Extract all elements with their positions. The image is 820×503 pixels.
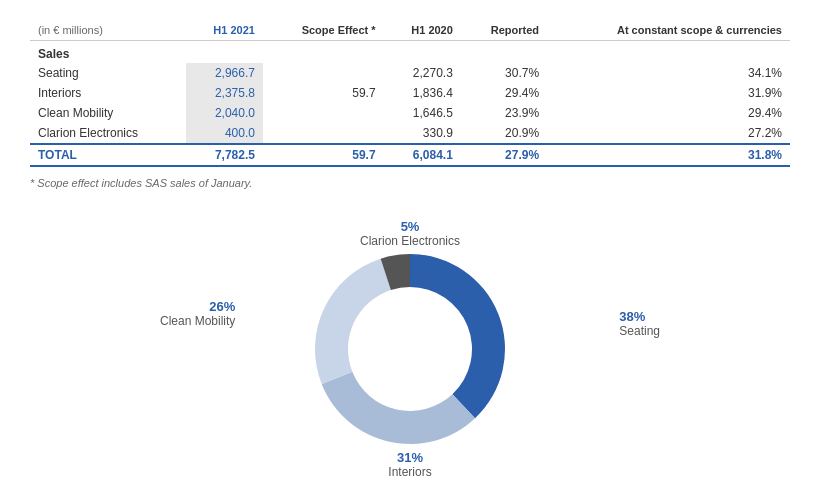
total-scope-effect: 59.7 [263, 144, 384, 166]
label-seating: 38% Seating [619, 309, 660, 338]
cell-h1_2020: 2,270.3 [384, 63, 461, 83]
cell-label: Interiors [30, 83, 186, 103]
cell-h1_2020: 1,646.5 [384, 103, 461, 123]
seating-pct: 38% [619, 309, 645, 324]
total-reported: 27.9% [461, 144, 547, 166]
col-header-label: (in € millions) [30, 20, 186, 41]
cell-at_constant: 27.2% [547, 123, 790, 144]
cell-reported: 23.9% [461, 103, 547, 123]
cell-scope_effect: 59.7 [263, 83, 384, 103]
cell-reported: 30.7% [461, 63, 547, 83]
table-row: Seating2,966.72,270.330.7%34.1% [30, 63, 790, 83]
seating-name: Seating [619, 324, 660, 338]
cell-scope_effect [263, 123, 384, 144]
clean-name: Clean Mobility [160, 314, 235, 328]
financial-table: (in € millions) H1 2021 Scope Effect * H… [30, 20, 790, 167]
cell-at_constant: 29.4% [547, 103, 790, 123]
cell-h1_2021: 2,040.0 [186, 103, 263, 123]
col-header-reported: Reported [461, 20, 547, 41]
section-header-sales: Sales [30, 41, 790, 64]
clean-pct: 26% [209, 299, 235, 314]
cell-label: Clean Mobility [30, 103, 186, 123]
interiors-name: Interiors [388, 465, 431, 479]
cell-scope_effect [263, 103, 384, 123]
currency-note: (in € millions) [38, 24, 103, 36]
cell-h1_2021: 2,375.8 [186, 83, 263, 103]
col-header-scope-effect: Scope Effect * [263, 20, 384, 41]
col-header-at-constant: At constant scope & currencies [547, 20, 790, 41]
cell-h1_2020: 330.9 [384, 123, 461, 144]
total-label: TOTAL [30, 144, 186, 166]
donut-chart-container: 5% Clarion Electronics 26% Clean Mobilit… [30, 209, 790, 489]
cell-scope_effect [263, 63, 384, 83]
cell-reported: 29.4% [461, 83, 547, 103]
total-at-constant: 31.8% [547, 144, 790, 166]
cell-label: Clarion Electronics [30, 123, 186, 144]
clarion-pct: 5% [401, 219, 420, 234]
col-header-h1-2020: H1 2020 [384, 20, 461, 41]
footnote: * Scope effect includes SAS sales of Jan… [30, 177, 790, 189]
cell-at_constant: 31.9% [547, 83, 790, 103]
total-h1-2020: 6,084.1 [384, 144, 461, 166]
cell-h1_2020: 1,836.4 [384, 83, 461, 103]
total-row: TOTAL 7,782.5 59.7 6,084.1 27.9% 31.8% [30, 144, 790, 166]
donut-svg [300, 239, 520, 459]
cell-h1_2021: 400.0 [186, 123, 263, 144]
label-clean-mobility: 26% Clean Mobility [160, 299, 235, 328]
table-row: Clarion Electronics400.0330.920.9%27.2% [30, 123, 790, 144]
cell-h1_2021: 2,966.7 [186, 63, 263, 83]
col-header-h1-2021: H1 2021 [186, 20, 263, 41]
donut-svg-wrapper [300, 239, 520, 459]
table-row: Clean Mobility2,040.01,646.523.9%29.4% [30, 103, 790, 123]
cell-reported: 20.9% [461, 123, 547, 144]
sales-section-label: Sales [30, 41, 790, 64]
table-row: Interiors2,375.859.71,836.429.4%31.9% [30, 83, 790, 103]
total-h1-2021: 7,782.5 [186, 144, 263, 166]
cell-at_constant: 34.1% [547, 63, 790, 83]
cell-label: Seating [30, 63, 186, 83]
